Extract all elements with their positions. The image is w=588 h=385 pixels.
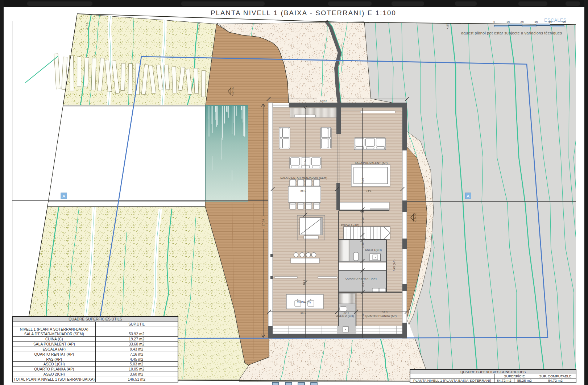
table-row: QUARTO PLANXA (AP)10.05 m2	[13, 367, 178, 372]
dim-label: +115	[446, 23, 449, 29]
dim-label: +105	[198, 23, 200, 29]
superficie-value-2: 85.28 m2	[514, 378, 535, 383]
building	[268, 103, 407, 338]
table-header-row: SUP.ÚTIL	[13, 322, 178, 327]
footer-thumbnail-icon[interactable]	[311, 382, 317, 385]
area-value-cell	[95, 327, 178, 332]
table-row: ASEO 2(CH)3.60 m2	[13, 372, 178, 377]
room-name-cell: NIVELL 1 (PLANTA SOTERRANI-BAIXA)	[13, 327, 95, 332]
area-value-cell: 10.05 m2	[95, 367, 178, 372]
white-ground	[49, 107, 206, 202]
white-path	[47, 202, 205, 207]
table-row: PLANTA NIVELL 1 (PLANTA BAIXA-SOTERRANI)…	[410, 378, 576, 383]
room-name-cell: SALA D'ESTAR-MENJADOR (SEM)	[13, 332, 95, 337]
table-title-row: QUADRE SUPERFÍCIES ÚTILS	[13, 316, 178, 322]
table-header-row: SUPERFÍCIE SUP. COMPUTABLE	[410, 374, 576, 378]
dining-chair	[306, 179, 312, 186]
room-label: CUINA (C)	[297, 301, 311, 304]
room-name-cell: ESCALA (AP)	[13, 347, 95, 352]
useful-areas-table: QUADRE SUPERFÍCIES ÚTILS SUP.ÚTIL NIVELL…	[12, 316, 178, 382]
dim-label: 2.00	[361, 217, 364, 223]
section-marker-a: A	[61, 193, 67, 199]
dim-label: 3.00	[361, 313, 364, 319]
sofa-two-seat	[279, 127, 290, 149]
column-header-superficie: SUPERFÍCIE	[494, 374, 535, 378]
swimming-pool	[206, 105, 248, 202]
room-name-cell: CUINA (C)	[13, 337, 95, 342]
disclaimer: aquest plànol pot estar subjecte a varia…	[461, 31, 562, 35]
dim-label: 4.68	[300, 312, 306, 315]
table-row: QUARTO RENTAT (AP)7.16 m2	[13, 352, 178, 357]
dim-label: 4.68	[300, 190, 306, 192]
white-terrace	[63, 105, 206, 107]
dim-label: 10.06	[320, 100, 327, 103]
dim-label: 7.74	[304, 159, 307, 165]
footer-thumbnail-icon[interactable]	[298, 382, 305, 385]
room-label: QUARTO RENTAT (AP)	[345, 277, 377, 280]
dim-label: 2.14	[361, 281, 364, 286]
dim-label: 1.20	[343, 312, 349, 315]
table-row: SALA POLIVALENT (AP)33.60 m2	[13, 342, 178, 347]
table-title: QUADRE SUPERFÍCIES ÚTILS	[13, 316, 178, 322]
room-name-cell: ASEO 1(CH)	[13, 362, 95, 367]
table-title: QUADRE SUPERFICIES CONSTRUIDES	[410, 369, 576, 374]
room-name-cell: QUARTO PLANXA (AP)	[13, 367, 95, 372]
table-row: CUINA (C)19.27 m2	[13, 337, 178, 342]
area-value-cell: 33.60 m2	[95, 342, 178, 347]
column-header-computable: SUP. COMPUTABLE	[535, 374, 576, 378]
dining-chair	[314, 203, 320, 209]
dim-label: 7.36	[361, 178, 364, 183]
table-row: NIVELL 1 (PLANTA SOTERRANI-BAIXA)	[13, 327, 178, 332]
svg-text:A: A	[63, 194, 66, 198]
area-value-cell: 19.27 m2	[95, 337, 178, 342]
dim-label: 1.50	[361, 242, 364, 248]
column-header: SUP.ÚTIL	[95, 322, 178, 327]
dim-label: +100	[86, 23, 88, 29]
svg-text:A: A	[467, 194, 470, 198]
dining-chair	[314, 179, 320, 186]
dim-label: 4.57	[366, 190, 371, 192]
dim-label: +104.50	[414, 213, 417, 222]
dim-label: PAS (AP)	[393, 260, 396, 272]
computable-value: 84.72 m2	[535, 378, 576, 383]
table-row: ESCALA (AP)9.43 m2	[13, 347, 178, 352]
multi-room-table	[351, 165, 390, 186]
area-value-cell: 7.16 m2	[95, 352, 178, 357]
area-value-cell: 4.45 m2	[95, 357, 178, 362]
low-wall	[274, 277, 297, 278]
superficie-value: 84.72 m2	[494, 378, 514, 383]
footer-thumbnail-icon[interactable]	[272, 382, 279, 385]
scalebar-tick: 1m	[506, 21, 510, 23]
room-name-cell: ASEO 2(CH)	[13, 372, 95, 377]
table-title-row: QUADRE SUPERFICIES CONSTRUIDES	[410, 369, 576, 374]
scalebar-tick: 5m	[563, 21, 566, 23]
area-value-cell: 9.43 m2	[95, 347, 178, 352]
row-label: PLANTA NIVELL 1 (PLANTA BAIXA-SOTERRANI)	[410, 378, 494, 383]
room-label: SALA POLIVALENT (AP)	[355, 161, 388, 165]
room-label: SALA D'ESTAR-MENJADOR (SEM)	[280, 176, 327, 179]
dining-chair	[298, 203, 304, 209]
room-name-cell: QUARTO RENTAT (AP)	[13, 352, 95, 357]
counter	[339, 202, 389, 210]
built-areas-table: QUADRE SUPERFICIES CONSTRUIDES SUPERFÍCI…	[410, 369, 576, 383]
dining-chair	[290, 203, 296, 209]
scalebar-tick: 2m	[521, 21, 524, 23]
area-value-cell: 5.03 m2	[95, 362, 178, 367]
footer-thumbnail-icon[interactable]	[285, 382, 292, 385]
staircase	[344, 227, 390, 239]
room-name-cell: TOTAL PLANTA NIVELL 1 (SOTERRANI-BAIXA)	[13, 377, 95, 382]
area-value-cell: 146.51 m2	[95, 377, 178, 382]
scalebar-tick: 3m	[534, 21, 538, 23]
table-row: PAS (AP)4.45 m2	[13, 357, 178, 362]
dining-chair	[290, 179, 296, 186]
dim-label: 4.88	[303, 280, 306, 285]
section-marker-a: A	[465, 193, 471, 199]
sofa-two-seat	[320, 127, 331, 149]
area-value-cell: 53.92 m2	[95, 332, 178, 337]
room-name-cell: SALA POLIVALENT (AP)	[13, 342, 95, 347]
shelf	[360, 111, 395, 113]
dining-chair	[298, 179, 304, 186]
room-name-cell: PAS (AP)	[13, 357, 95, 362]
sofa-three-seat	[354, 138, 386, 150]
table-row: TOTAL PLANTA NIVELL 1 (SOTERRANI-BAIXA)1…	[13, 377, 178, 382]
